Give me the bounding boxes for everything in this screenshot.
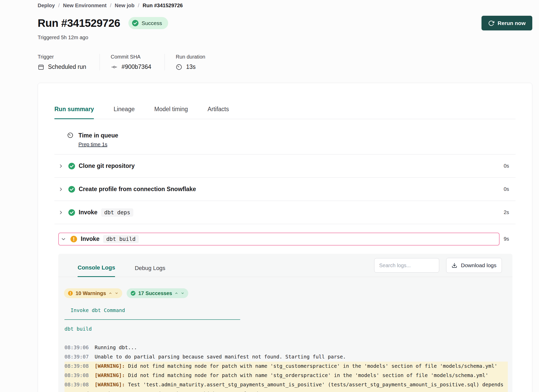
refresh-icon [488, 20, 494, 26]
step-duration: 2s [504, 209, 509, 215]
chevron-right-icon [58, 187, 63, 192]
chevron-down-icon [181, 291, 184, 295]
tab-artifacts[interactable]: Artifacts [208, 106, 229, 119]
warnings-badge-label: 10 Warnings [76, 290, 106, 296]
meta-duration-label: Run duration [176, 54, 205, 60]
status-badge: Success [128, 17, 168, 29]
step-title: Invoke [79, 209, 97, 216]
run-card: Run summary Lineage Model timing Artifac… [38, 83, 532, 392]
status-badge-label: Success [142, 20, 162, 26]
breadcrumb: Deploy / New Environment / New job / Run… [38, 3, 532, 9]
meta-trigger-value: Scheduled run [48, 63, 86, 70]
chevron-right-icon [58, 210, 63, 215]
clock-icon [67, 132, 74, 138]
step-invoke-dbt-build-row: Invoke dbt build 9s [54, 224, 516, 254]
meta-commit: Commit SHA #900b7364 [100, 54, 165, 70]
warnings-filter-badge[interactable]: 10 Warnings [64, 288, 122, 298]
download-icon [452, 263, 457, 268]
console-actions: Download logs [374, 258, 502, 273]
console-panel: Console Logs Debug Logs Download logs [58, 254, 512, 392]
run-tabs: Run summary Lineage Model timing Artifac… [54, 83, 516, 119]
chevron-down-icon [61, 236, 66, 242]
breadcrumb-separator: / [110, 3, 111, 9]
step-invoke-dbt-deps[interactable]: Invoke dbt deps 2s [54, 201, 516, 224]
breadcrumb-separator: / [138, 3, 139, 9]
meta-commit-label: Commit SHA [111, 54, 151, 60]
step-duration: 9s [504, 236, 509, 242]
tab-console-logs[interactable]: Console Logs [78, 264, 115, 277]
time-in-queue-section: Time in queue Prep time 1s [54, 119, 516, 154]
rerun-button-label: Rerun now [498, 20, 526, 26]
tab-lineage[interactable]: Lineage [113, 106, 135, 119]
run-meta: Trigger Scheduled run Commit SHA #900b73… [38, 54, 532, 70]
console-header: Console Logs Debug Logs Download logs [58, 254, 512, 277]
check-circle-icon [68, 186, 75, 193]
log-warning-line: 08:39:08[WARNING]:Did not find matching … [64, 371, 508, 380]
step-title: Clone git repository [79, 162, 135, 169]
time-in-queue-title: Time in queue [78, 132, 118, 139]
check-circle-icon [68, 209, 75, 216]
warning-circle-icon [70, 235, 77, 243]
meta-duration-value: 13s [186, 63, 195, 70]
chevron-up-icon [175, 291, 178, 295]
chevron-down-icon [115, 291, 118, 295]
tab-debug-logs[interactable]: Debug Logs [135, 265, 165, 277]
tab-model-timing[interactable]: Model timing [154, 106, 188, 119]
tab-run-summary[interactable]: Run summary [54, 106, 94, 119]
check-circle-icon [68, 162, 75, 170]
log-line: Invoke dbt Command [64, 306, 508, 315]
meta-trigger: Trigger Scheduled run [38, 54, 100, 70]
clock-icon [176, 64, 182, 70]
log-filter-badges: 10 Warnings 17 Successes [64, 288, 512, 298]
log-line: 08:39:07Unable to do partial parsing bec… [64, 352, 508, 362]
page-header: Run #341529726 Success Rerun now [38, 16, 532, 30]
breadcrumb-item-job[interactable]: New job [115, 3, 135, 9]
check-circle-icon [130, 291, 136, 296]
chevron-up-icon [109, 291, 112, 295]
warnings-prev-button[interactable] [109, 291, 112, 295]
warnings-next-button[interactable] [115, 291, 118, 295]
run-detail-page: Deploy / New Environment / New job / Run… [0, 0, 539, 392]
meta-duration: Run duration 13s [165, 54, 219, 70]
log-line: dbt build [64, 324, 508, 334]
log-tabs: Console Logs Debug Logs [78, 254, 165, 277]
breadcrumb-separator: / [58, 3, 60, 9]
search-logs-input[interactable] [374, 258, 439, 273]
step-invoke-dbt-build-header[interactable]: Invoke dbt build [58, 233, 500, 246]
step-title: Invoke [81, 235, 100, 242]
breadcrumb-item-deploy[interactable]: Deploy [38, 3, 55, 9]
successes-badge-label: 17 Successes [138, 290, 172, 296]
chevron-right-icon [58, 164, 63, 169]
warning-circle-icon [68, 291, 73, 296]
log-blank-line [64, 334, 508, 343]
prep-time-link[interactable]: Prep time 1s [78, 142, 107, 148]
rerun-button[interactable]: Rerun now [481, 16, 533, 30]
check-circle-icon [132, 20, 139, 27]
step-duration: 0s [504, 186, 509, 192]
breadcrumb-current-run: Run #341529726 [143, 3, 183, 9]
commit-icon [111, 64, 118, 70]
download-logs-button[interactable]: Download logs [446, 258, 502, 273]
step-duration: 0s [504, 163, 509, 169]
meta-trigger-label: Trigger [38, 54, 86, 60]
successes-filter-badge[interactable]: 17 Successes [127, 288, 188, 298]
step-clone-git-repository[interactable]: Clone git repository 0s [54, 154, 516, 178]
log-output[interactable]: Invoke dbt Command ─────────────────────… [58, 298, 512, 392]
triggered-text: Triggered 5h 12m ago [38, 35, 532, 40]
log-warning-line: 08:39:08[WARNING]:Test 'test.admin_matur… [64, 380, 508, 392]
download-logs-label: Download logs [461, 262, 496, 268]
step-create-profile[interactable]: Create profile from connection Snowflake… [54, 178, 516, 201]
log-divider-line: ────────────────────────────────────────… [64, 315, 508, 324]
successes-next-button[interactable] [181, 291, 184, 295]
log-warning-line: 08:39:08[WARNING]:Did not find matching … [64, 362, 508, 371]
successes-prev-button[interactable] [175, 291, 178, 295]
breadcrumb-item-environment[interactable]: New Environment [63, 3, 107, 9]
page-title: Run #341529726 [38, 17, 120, 29]
step-title: Create profile from connection Snowflake [79, 186, 196, 193]
step-command-chip: dbt build [103, 235, 139, 243]
log-line: 08:39:06Running dbt... [64, 343, 508, 352]
step-command-chip: dbt deps [101, 208, 133, 217]
calendar-icon [38, 64, 44, 70]
meta-commit-value: #900b7364 [121, 63, 151, 70]
